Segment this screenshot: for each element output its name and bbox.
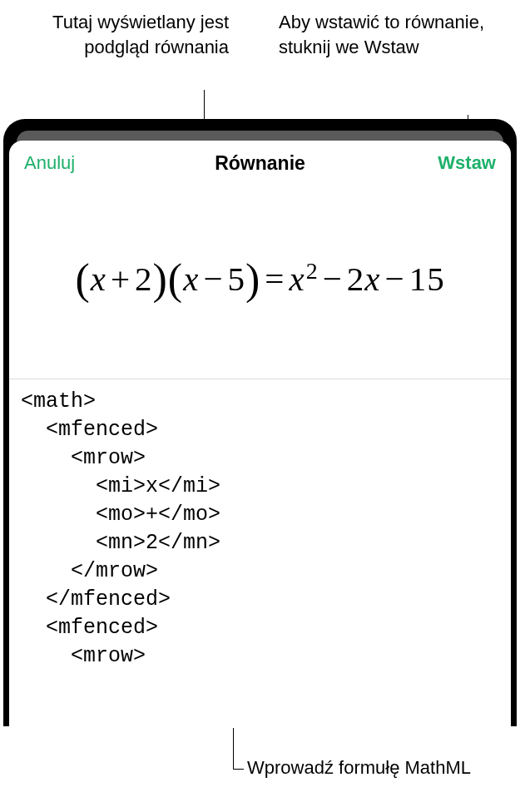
paren-close: ) xyxy=(153,255,168,304)
paren-open: ( xyxy=(75,255,90,304)
callout-formula: Wprowadź formułę MathML xyxy=(247,755,497,780)
minus-operator: − xyxy=(385,260,405,298)
variable-x: x xyxy=(289,260,305,298)
variable-x: x xyxy=(183,260,199,298)
equation-preview-area: (x+2)(x−5)=x2−2x−15 xyxy=(9,184,511,379)
sheet-header: Anuluj Równanie Wstaw xyxy=(9,141,511,184)
variable-x: x xyxy=(364,260,380,298)
callout-insert: Aby wstawić to równanie, stuknij we Wsta… xyxy=(279,10,503,59)
number: 15 xyxy=(409,260,445,298)
equation-preview: (x+2)(x−5)=x2−2x−15 xyxy=(75,255,444,304)
superscript: 2 xyxy=(306,258,319,284)
device-frame: Anuluj Równanie Wstaw (x+2)(x−5)=x2−2x−1… xyxy=(3,119,517,726)
number: 2 xyxy=(135,260,153,298)
cancel-button[interactable]: Anuluj xyxy=(24,152,75,174)
callout-preview: Tutaj wyświetlany jest podgląd równania xyxy=(21,10,229,59)
minus-operator: − xyxy=(323,260,343,298)
sheet-title: Równanie xyxy=(9,152,511,175)
callout-line xyxy=(233,769,244,770)
mathml-code-input[interactable]: <math> <mfenced> <mrow> <mi>x</mi> <mo>+… xyxy=(9,379,511,726)
paren-close: ) xyxy=(245,255,260,304)
insert-button[interactable]: Wstaw xyxy=(438,152,496,174)
number: 5 xyxy=(228,260,246,298)
paren-open: ( xyxy=(168,255,183,304)
number: 2 xyxy=(347,260,365,298)
equals-operator: = xyxy=(265,260,285,298)
callout-line xyxy=(233,728,234,770)
minus-operator: − xyxy=(203,260,223,298)
variable-x: x xyxy=(91,260,106,298)
plus-operator: + xyxy=(111,260,131,298)
equation-sheet: Anuluj Równanie Wstaw (x+2)(x−5)=x2−2x−1… xyxy=(9,141,511,726)
